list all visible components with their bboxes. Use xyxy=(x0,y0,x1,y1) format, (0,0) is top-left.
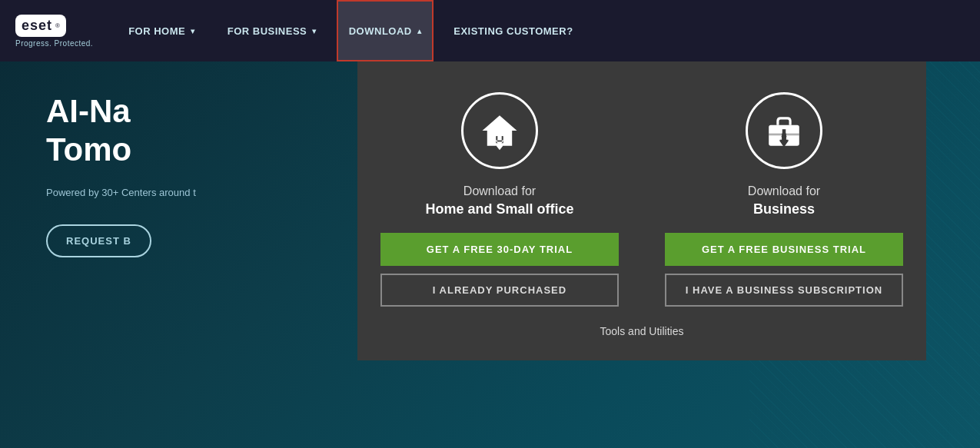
nav-for-business[interactable]: FOR BUSINESS ▾ xyxy=(215,0,329,61)
nav-download-arrow: ▴ xyxy=(417,27,422,35)
logo-tagline: Progress. Protected. xyxy=(15,39,93,48)
hero-area: AI-Na Tomo Powered by 30+ Centers around… xyxy=(0,61,980,448)
logo-area[interactable]: eset ® Progress. Protected. xyxy=(15,15,93,48)
nav-download-label: DOWNLOAD xyxy=(349,25,412,37)
hero-title: AI-Na Tomo xyxy=(46,92,196,170)
nav-existing-customer[interactable]: EXISTING CUSTOMER? xyxy=(441,0,585,61)
business-col-title: Download for xyxy=(748,184,820,198)
business-download-column: Download for Business GET A FREE BUSINES… xyxy=(665,92,903,307)
business-subscription-button[interactable]: I HAVE A BUSINESS SUBSCRIPTION xyxy=(665,274,903,307)
home-icon xyxy=(479,110,520,151)
svg-rect-8 xyxy=(782,134,786,142)
svg-rect-2 xyxy=(497,141,502,142)
business-icon xyxy=(763,110,805,151)
dropdown-columns: Download for Home and Small office GET A… xyxy=(380,92,903,307)
logo-trademark: ® xyxy=(55,22,60,29)
business-col-subtitle: Business xyxy=(753,201,815,217)
nav-for-business-arrow: ▾ xyxy=(312,27,317,35)
home-icon-circle xyxy=(461,92,538,169)
get-free-business-trial-button[interactable]: GET A FREE BUSINESS TRIAL xyxy=(665,233,903,266)
nav-for-business-label: FOR BUSINESS xyxy=(228,25,307,37)
tools-utilities-link[interactable]: Tools and Utilities xyxy=(600,325,684,337)
hero-subtitle: Powered by 30+ Centers around t xyxy=(46,185,196,201)
home-col-title: Download for xyxy=(463,184,536,198)
hero-text: AI-Na Tomo Powered by 30+ Centers around… xyxy=(46,92,196,257)
business-icon-circle xyxy=(746,92,822,169)
navbar: eset ® Progress. Protected. FOR HOME ▾ F… xyxy=(0,0,980,61)
logo-text: eset xyxy=(22,18,52,34)
nav-for-home[interactable]: FOR HOME ▾ xyxy=(116,0,208,61)
home-col-subtitle: Home and Small office xyxy=(425,201,573,217)
get-free-trial-button[interactable]: GET A FREE 30-DAY TRIAL xyxy=(380,233,619,266)
nav-download[interactable]: DOWNLOAD ▴ xyxy=(337,0,434,61)
home-download-column: Download for Home and Small office GET A… xyxy=(380,92,619,307)
nav-for-home-arrow: ▾ xyxy=(191,27,195,35)
nav-existing-customer-label: EXISTING CUSTOMER? xyxy=(453,25,573,37)
hero-title-line2: Tomo xyxy=(46,131,196,169)
hero-title-line1: AI-Na xyxy=(46,92,196,131)
nav-for-home-label: FOR HOME xyxy=(128,25,185,37)
already-purchased-button[interactable]: I ALREADY PURCHASED xyxy=(380,274,619,307)
download-dropdown: Download for Home and Small office GET A… xyxy=(357,61,926,360)
logo-box: eset ® xyxy=(15,15,66,37)
request-button[interactable]: REQUEST B xyxy=(46,224,151,257)
